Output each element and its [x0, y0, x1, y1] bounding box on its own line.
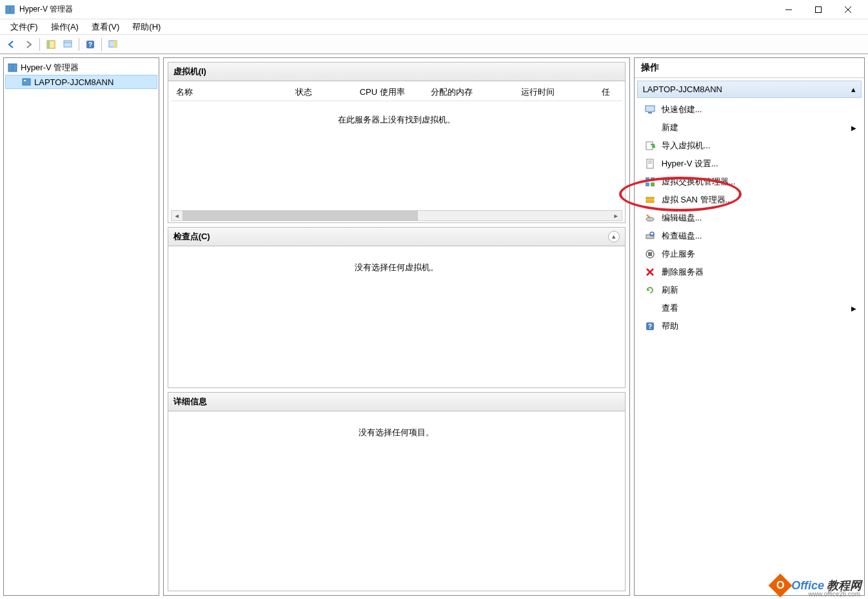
stop-icon: [645, 249, 655, 259]
action-vswitch-manager[interactable]: 虚拟交换机管理器...: [635, 173, 864, 191]
svg-rect-25: [651, 177, 655, 181]
settings-doc-icon: [645, 159, 655, 169]
svg-rect-13: [114, 41, 117, 47]
window-title: Hyper-V 管理器: [19, 4, 73, 15]
action-label: Hyper-V 设置...: [662, 158, 718, 170]
checkpoint-panel: 检查点(C) ▲ 没有选择任何虚拟机。: [168, 227, 626, 388]
action-label: 新建: [662, 122, 678, 133]
col-cpu[interactable]: CPU 使用率: [355, 86, 426, 98]
svg-rect-29: [646, 201, 654, 202]
menu-help[interactable]: 帮助(H): [126, 19, 167, 35]
nav-forward-button[interactable]: [21, 37, 36, 52]
watermark-brand1: Office: [791, 579, 824, 593]
col-uptime[interactable]: 运行时间: [516, 86, 597, 98]
action-remove-server[interactable]: 删除服务器: [635, 263, 864, 281]
action-help[interactable]: ? 帮助: [635, 317, 864, 335]
tree-server-node[interactable]: LAPTOP-JJCM8ANN: [5, 75, 157, 89]
detail-panel-header: 详细信息: [168, 393, 625, 411]
col-name[interactable]: 名称: [171, 86, 290, 98]
vm-empty-message: 在此服务器上没有找到虚拟机。: [171, 101, 622, 139]
actions-group-header[interactable]: LAPTOP-JJCM8ANN ▴: [637, 81, 862, 98]
vm-panel-title: 虚拟机(I): [173, 66, 206, 77]
vm-panel-header: 虚拟机(I): [168, 63, 625, 81]
menu-action[interactable]: 操作(A): [44, 19, 85, 35]
delete-icon: [645, 267, 655, 277]
server-icon: [21, 77, 32, 87]
blank-icon: [645, 303, 655, 313]
maximize-button[interactable]: [804, 0, 833, 19]
vswitch-icon: [645, 177, 655, 187]
show-hide-tree-button[interactable]: [43, 37, 59, 52]
svg-rect-28: [646, 197, 654, 199]
tree-pane: Hyper-V 管理器 LAPTOP-JJCM8ANN: [3, 57, 159, 596]
col-task[interactable]: 任: [597, 86, 622, 98]
properties-button[interactable]: [60, 37, 75, 52]
action-label: 刷新: [662, 284, 678, 296]
vm-hscrollbar[interactable]: ◄ ►: [171, 210, 622, 221]
action-quick-create[interactable]: 快速创建...: [635, 101, 864, 119]
svg-rect-14: [8, 64, 12, 72]
col-memory[interactable]: 分配的内存: [426, 86, 516, 98]
scroll-left-button[interactable]: ◄: [172, 211, 182, 221]
action-label: 导入虚拟机...: [662, 140, 711, 152]
center-pane: 虚拟机(I) 名称 状态 CPU 使用率 分配的内存 运行时间 任 在此服务器上…: [163, 57, 630, 596]
nav-back-button[interactable]: [4, 37, 19, 52]
action-vsan-manager[interactable]: 虚拟 SAN 管理器...: [635, 191, 864, 209]
action-import-vm[interactable]: 导入虚拟机...: [635, 137, 864, 155]
actions-pane: 操作 LAPTOP-JJCM8ANN ▴ 快速创建... 新建 ▶ 导入虚拟机.…: [634, 57, 865, 596]
scroll-track[interactable]: [182, 211, 611, 221]
svg-rect-3: [816, 6, 822, 12]
close-button[interactable]: [833, 0, 863, 19]
action-label: 检查磁盘...: [662, 230, 702, 242]
refresh-icon: [645, 285, 655, 295]
titlebar: Hyper-V 管理器: [0, 0, 868, 19]
tree-root-node[interactable]: Hyper-V 管理器: [5, 61, 157, 75]
scroll-thumb[interactable]: [182, 211, 418, 221]
action-edit-disk[interactable]: 编辑磁盘...: [635, 209, 864, 227]
minimize-button[interactable]: [774, 0, 804, 19]
blank-icon: [645, 123, 655, 133]
action-new[interactable]: 新建 ▶: [635, 119, 864, 137]
action-hyperv-settings[interactable]: Hyper-V 设置...: [635, 155, 864, 173]
menu-view[interactable]: 查看(V): [85, 19, 126, 35]
action-label: 编辑磁盘...: [662, 212, 702, 224]
menu-file[interactable]: 文件(F): [4, 19, 44, 35]
action-label: 虚拟 SAN 管理器...: [662, 194, 733, 206]
help-button[interactable]: ?: [83, 37, 98, 52]
action-refresh[interactable]: 刷新: [635, 281, 864, 299]
import-icon: [645, 141, 655, 151]
svg-rect-24: [646, 177, 649, 181]
svg-rect-34: [648, 252, 652, 256]
inspect-disk-icon: [645, 231, 655, 241]
detail-panel-title: 详细信息: [173, 396, 207, 408]
collapse-icon: ▴: [851, 84, 856, 94]
submenu-arrow-icon: ▶: [851, 124, 856, 132]
action-label: 虚拟交换机管理器...: [662, 176, 736, 188]
checkpoint-panel-header: 检查点(C) ▲: [168, 228, 625, 246]
submenu-arrow-icon: ▶: [851, 305, 856, 312]
detail-panel-body: 没有选择任何项目。: [168, 411, 625, 591]
svg-text:?: ?: [88, 41, 92, 48]
svg-rect-1: [10, 6, 14, 14]
vm-panel: 虚拟机(I) 名称 状态 CPU 使用率 分配的内存 运行时间 任 在此服务器上…: [168, 62, 626, 223]
action-pane-toggle-button[interactable]: [105, 37, 121, 52]
vm-columns: 名称 状态 CPU 使用率 分配的内存 运行时间 任: [171, 84, 622, 101]
window-controls: [774, 0, 863, 19]
col-state[interactable]: 状态: [290, 86, 355, 98]
vsan-icon: [645, 195, 655, 205]
toolbar-separator: [79, 38, 79, 51]
action-label: 停止服务: [662, 248, 695, 260]
action-inspect-disk[interactable]: 检查磁盘...: [635, 227, 864, 245]
tree-root-label: Hyper-V 管理器: [21, 62, 79, 74]
action-label: 快速创建...: [662, 104, 702, 115]
collapse-button[interactable]: ▲: [608, 231, 620, 242]
help-icon: ?: [645, 321, 655, 331]
scroll-right-button[interactable]: ►: [611, 211, 622, 221]
menubar: 文件(F) 操作(A) 查看(V) 帮助(H): [0, 19, 868, 35]
action-stop-service[interactable]: 停止服务: [635, 245, 864, 263]
toolbar-separator: [101, 38, 102, 51]
action-label: 帮助: [662, 320, 678, 332]
action-view[interactable]: 查看 ▶: [635, 299, 864, 317]
svg-rect-17: [24, 80, 26, 81]
watermark-brand2: 教程网: [827, 578, 862, 593]
